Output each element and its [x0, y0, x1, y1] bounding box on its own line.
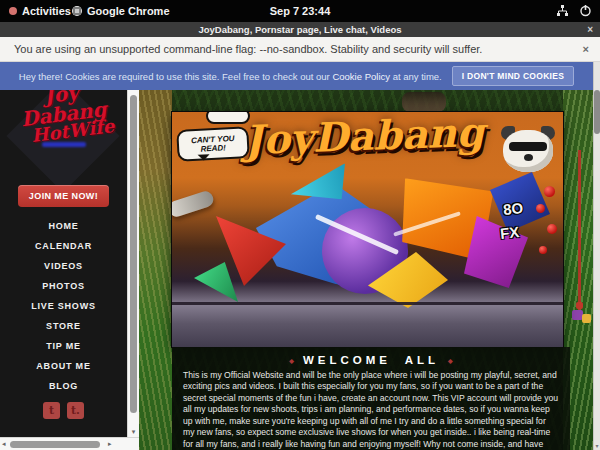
bulldog-cartoon [499, 126, 557, 176]
network-icon[interactable] [556, 4, 569, 17]
hero-banner-image: JoyDabang CAN'T YOU READ! 8O FX [172, 112, 563, 347]
join-now-button[interactable]: JOIN ME NOW! [18, 185, 109, 207]
sidebar-menu: HOME CALENDAR VIDEOS PHOTOS LIVE SHOWS S… [0, 216, 127, 396]
sidebar-item-photos[interactable]: PHOTOS [0, 276, 127, 296]
window-title-bar: JoyDabang, Pornstar page, Live chat, Vid… [0, 22, 600, 37]
cookie-accept-button[interactable]: I DON'T MIND COOKIES [452, 66, 574, 86]
twitter-icon[interactable]: t [43, 402, 60, 419]
graffiti-tag: 8O [502, 199, 524, 218]
graffiti-tag: FX [499, 223, 520, 242]
welcome-heading: WELCOME ALL [303, 354, 439, 366]
welcome-heading-row: ◆ WELCOME ALL ◆ [183, 354, 559, 366]
sidebar-item-tip-me[interactable]: TIP ME [0, 336, 127, 356]
sidebar-item-store[interactable]: STORE [0, 316, 127, 336]
warning-close-icon[interactable]: × [583, 37, 589, 61]
sidebar-vertical-scrollbar[interactable]: ▾ [127, 90, 139, 437]
red-balloon [547, 224, 557, 234]
red-balloon [544, 186, 555, 197]
screen: Activities Google Chrome Sep 7 23:44 Joy… [0, 0, 600, 450]
clock[interactable]: Sep 7 23:44 [0, 0, 600, 22]
tumblr-icon[interactable]: t. [67, 402, 84, 419]
sidebar-horizontal-scrollbar[interactable]: ◂ ▸ [0, 437, 139, 450]
scroll-down-arrow-icon[interactable]: ▾ [128, 428, 139, 436]
heading-ornament-icon: ◆ [289, 357, 294, 364]
scroll-down-arrow-icon[interactable]: ▾ [594, 442, 600, 449]
logo-sub-link[interactable] [42, 142, 86, 147]
sidebar-item-calendar[interactable]: CALENDAR [0, 236, 127, 256]
background-red-stripe [578, 150, 581, 310]
red-balloon [536, 204, 545, 213]
warning-message: You are using an unsupported command-lin… [14, 43, 482, 55]
heading-ornament-icon: ◆ [448, 357, 453, 364]
cookie-policy-link[interactable]: Cookie Policy [332, 71, 390, 82]
scroll-right-arrow-icon[interactable]: ▸ [108, 438, 112, 450]
sandbox-warning-bar: You are using an unsupported command-lin… [0, 37, 600, 62]
speech-bubble: CAN'T YOU READ! [176, 126, 250, 162]
sidebar-item-about-me[interactable]: ABOUT ME [0, 356, 127, 376]
window-title: JoyDabang, Pornstar page, Live chat, Vid… [198, 24, 401, 35]
sidebar-vertical-scrollbar-thumb[interactable] [130, 95, 137, 413]
grass-strip-left [138, 90, 172, 450]
cookie-notice-bar: Hey there! Cookies are required to use t… [0, 62, 593, 90]
sidebar-horizontal-scrollbar-thumb[interactable] [10, 441, 100, 448]
red-balloon [539, 246, 547, 254]
welcome-section: ◆ WELCOME ALL ◆ This is my Official Webs… [172, 347, 570, 450]
hero-title: JoyDabang [243, 112, 485, 163]
cookie-message-post: at any time. [390, 71, 442, 82]
sidebar-item-home[interactable]: HOME [0, 216, 127, 236]
cookie-message-pre: Hey there! Cookies are required to use t… [19, 71, 333, 82]
background-photo-detail [402, 92, 446, 112]
sidebar-item-videos[interactable]: VIDEOS [0, 256, 127, 276]
background-ornament [582, 314, 591, 323]
power-icon[interactable] [579, 4, 592, 17]
scroll-left-arrow-icon[interactable]: ◂ [2, 438, 6, 450]
window-close-icon[interactable]: × [587, 22, 593, 37]
page-vertical-scrollbar-thumb[interactable] [594, 90, 600, 134]
sidebar-item-live-shows[interactable]: LIVE SHOWS [0, 296, 127, 316]
page-vertical-scrollbar[interactable]: ▾ [593, 62, 600, 450]
sidebar-item-blog[interactable]: BLOG [0, 376, 127, 396]
system-top-bar: Activities Google Chrome Sep 7 23:44 [0, 0, 600, 22]
welcome-paragraph: This is my Official Website and will be … [183, 370, 559, 450]
web-page: Hey there! Cookies are required to use t… [0, 62, 600, 450]
graffiti-shape [194, 262, 238, 302]
graffiti-detail [172, 189, 215, 218]
background-ornament [576, 302, 583, 309]
social-links: t t. [0, 402, 127, 419]
cookie-message: Hey there! Cookies are required to use t… [19, 71, 442, 82]
sidebar: Joy Dabang HotWife JOIN ME NOW! HOME CAL… [0, 90, 127, 437]
floor-edge [172, 302, 563, 305]
